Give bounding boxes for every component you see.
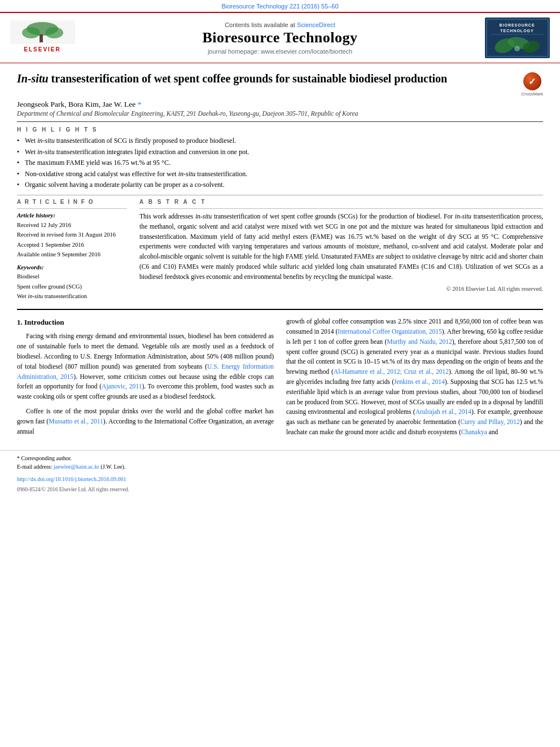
issn-text: 0960-8524/© 2016 Elsevier Ltd. All right… [17,487,129,492]
issn-section: 0960-8524/© 2016 Elsevier Ltd. All right… [0,484,560,500]
doi-section: http://dx.doi.org/10.1016/j.biortech.201… [0,473,560,484]
crossmark-icon: ✓ [523,72,541,90]
article-info-heading: A R T I C L E I N F O [17,199,127,205]
bioresource-artwork: BIORESOURCE TECHNOLOGY [485,18,550,58]
article-info-col: A R T I C L E I N F O Article history: R… [17,199,127,301]
doi-link[interactable]: http://dx.doi.org/10.1016/j.biortech.201… [17,476,126,482]
svg-rect-4 [40,34,43,42]
keyword-1: Biodiesel [17,272,127,281]
asterisk-note: * Corresponding author. [17,455,72,461]
ref-link-5[interactable]: Murthy and Naidu, 2012 [387,338,452,345]
body-para-2: Coffee is one of the most popular drinks… [17,407,274,436]
body-content: 1. Introduction Facing with rising energ… [0,310,560,448]
header-center: Contents lists available at ScienceDirec… [78,21,482,55]
copyright-line: © 2016 Elsevier Ltd. All rights reserved… [139,286,543,292]
keyword-2: Spent coffee ground (SCG) [17,282,127,291]
svg-point-2 [22,27,40,38]
elsevier-logo-area: ELSEVIER [10,20,78,55]
ref-link-2[interactable]: Ajanovic, 2011 [102,383,142,390]
title-italic: In-situ [17,72,49,85]
svg-text:BIORESOURCE: BIORESOURCE [499,23,535,27]
main-content: In-situ transesterification of wet spent… [0,63,560,304]
email-link[interactable]: jaewlee@kaist.ac.kr [54,464,99,470]
available-date: Available online 9 September 2016 [17,250,127,259]
title-main: transesterification of wet spent coffee … [49,72,448,85]
crossmark-label: CrossMark [521,91,543,97]
footnote-section: * Corresponding author. E-mail address: … [0,450,560,473]
highlights-section: H I G H L I G H T S •Wet in-situ transes… [17,126,543,190]
svg-text:ELSEVIER: ELSEVIER [24,46,60,53]
journal-homepage: journal homepage: www.elsevier.com/locat… [78,48,482,55]
ref-link-10[interactable]: Chanakya [461,429,487,435]
svg-text:TECHNOLOGY: TECHNOLOGY [500,29,533,33]
abstract-col: A B S T R A C T This work addresses in-s… [139,199,543,301]
ref-link-3[interactable]: Mussatto et al., 2011 [49,418,103,425]
highlight-item-3: •The maximum FAME yield was 16.75 wt.% a… [17,158,543,168]
body-para-1: Facing with rising energy demand and env… [17,331,274,402]
contents-text: Contents lists available at [225,21,295,28]
title-row: In-situ transesterification of wet spent… [17,71,543,97]
body-right-para-1: growth of global coffee consumption was … [286,317,543,438]
abstract-divider [139,208,543,209]
journal-header: ELSEVIER Contents lists available at Sci… [0,12,560,63]
authors-text: Jeongseok Park, Bora Kim, Jae W. Lee * [17,100,141,108]
intro-heading: 1. Introduction [17,317,274,328]
journal-title-header: Bioresource Technology [78,29,482,46]
revised-date: Received in revised form 31 August 2016 [17,230,127,239]
abstract-text: This work addresses in-situ transesterif… [139,212,543,282]
journal-citation-text: Bioresource Technology 221 (2016) 55–60 [221,3,338,10]
ref-link-6[interactable]: Al-Hamamre et al., 2012; Cruz et al., 20… [334,368,449,375]
footnote-text: * Corresponding author. E-mail address: … [17,454,543,471]
highlight-item-4: •Non-oxidative strong acid catalyst was … [17,169,543,180]
highlights-heading: H I G H L I G H T S [17,126,543,133]
authors-line: Jeongseok Park, Bora Kim, Jae W. Lee * [17,100,543,109]
ref-link-9[interactable]: Curry and Pillay, 2012 [460,418,519,425]
divider-1 [17,121,543,122]
bioresource-logo-area: BIORESOURCE TECHNOLOGY [482,18,550,58]
keywords-label: Keywords: [17,264,127,270]
email-label: E-mail address: [17,464,52,470]
article-title: In-situ transesterification of wet spent… [17,71,447,86]
highlights-list: •Wet in-situ transesterification of SCG … [17,136,543,190]
crossmark-badge[interactable]: ✓ CrossMark [521,72,543,97]
email-person: (J.W. Lee). [100,464,125,470]
highlight-item-1: •Wet in-situ transesterification of SCG … [17,136,543,146]
info-abstract-row: A R T I C L E I N F O Article history: R… [17,199,543,301]
contents-available: Contents lists available at ScienceDirec… [78,21,482,28]
accepted-date: Accepted 1 September 2016 [17,240,127,250]
sciencedirect-link[interactable]: ScienceDirect [297,21,335,28]
highlight-item-5: •Organic solvent having a moderate polar… [17,180,543,190]
article-history-label: Article history: [17,212,127,219]
abstract-heading: A B S T R A C T [139,199,543,205]
body-left-col: 1. Introduction Facing with rising energ… [17,317,274,442]
received-date: Received 12 July 2016 [17,220,127,230]
ref-link-1[interactable]: U.S. Energy Information Administration, … [17,363,274,380]
divider-2 [17,195,543,195]
highlight-item-2: •Wet in-situ transesterification integra… [17,147,543,158]
affiliation: Department of Chemical and Biomolecular … [17,110,543,117]
body-and-text: and [489,429,498,435]
elsevier-artwork: ELSEVIER [10,20,75,53]
svg-point-3 [45,27,63,38]
body-right-col: growth of global coffee consumption was … [286,317,543,442]
ref-link-4[interactable]: International Coffee Organization, 2015 [338,328,441,335]
ref-link-7[interactable]: Jenkins et al., 2014 [394,378,445,385]
info-divider [17,208,127,209]
ref-link-8[interactable]: Arulrajah et al., 2014 [415,408,471,415]
svg-point-14 [514,46,520,51]
keyword-3: Wet in-situ transesterification [17,291,127,301]
journal-citation-bar: Bioresource Technology 221 (2016) 55–60 [0,0,560,12]
